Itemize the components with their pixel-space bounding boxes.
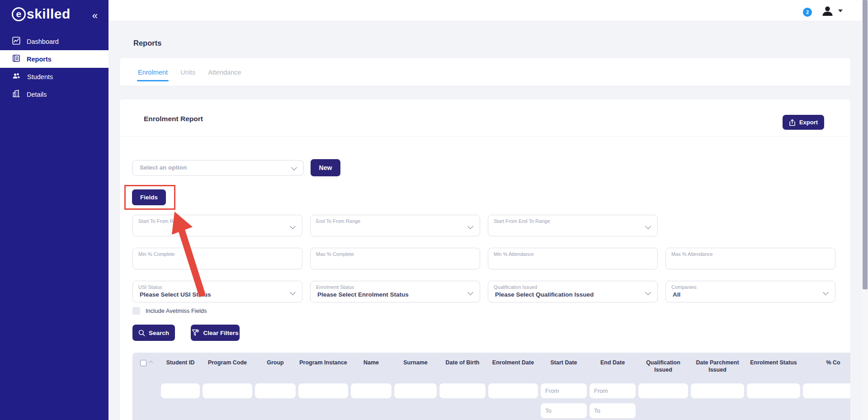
- start-from-end-to-range-select[interactable]: Start From End To Range: [488, 215, 658, 236]
- qualification-issued-select[interactable]: Qualification Issued Please Select Quali…: [488, 281, 658, 302]
- select-all-checkbox[interactable]: [140, 360, 146, 366]
- column-header[interactable]: Enrolment Status: [745, 353, 802, 381]
- usi-status-select[interactable]: USI Status Please Select USI Status: [132, 281, 302, 302]
- column-header[interactable]: Date Parchment Issued: [689, 353, 745, 381]
- tab-enrolment[interactable]: Enrolment: [138, 60, 168, 85]
- enrolment-status-filter-input[interactable]: [747, 383, 800, 398]
- chevron-down-icon: [467, 223, 473, 229]
- tab-attendance[interactable]: Attendance: [208, 60, 241, 85]
- name-filter-input[interactable]: [351, 383, 392, 398]
- tabs-card: Enrolment Units Attendance: [120, 58, 850, 86]
- start-date-to-input[interactable]: [541, 403, 587, 418]
- export-button-label: Export: [799, 119, 818, 126]
- user-avatar-icon[interactable]: [821, 5, 834, 19]
- start-date-from-input[interactable]: [541, 383, 587, 398]
- column-header[interactable]: Enrolment Date: [487, 353, 539, 381]
- column-header[interactable]: Qualification Issued: [637, 353, 689, 381]
- companies-select[interactable]: Companies All: [665, 281, 835, 302]
- column-header[interactable]: Group: [254, 353, 297, 381]
- enrolment-date-filter-input[interactable]: [488, 383, 538, 398]
- program-instance-filter-input[interactable]: [298, 383, 348, 398]
- chevron-down-icon: [823, 289, 829, 295]
- percent-complete-filter-input[interactable]: [803, 383, 850, 398]
- end-date-from-input[interactable]: [590, 383, 636, 398]
- logo-text: skilled: [27, 6, 71, 22]
- sidebar-item-students[interactable]: Students: [0, 68, 108, 85]
- filter-row-3: USI Status Please Select USI Status Enro…: [132, 281, 835, 302]
- export-button[interactable]: Export: [783, 115, 824, 130]
- min-percent-attendance-input[interactable]: Min % Attendance: [488, 248, 658, 269]
- chevron-down-icon: [290, 223, 296, 229]
- report-document-icon: [12, 54, 27, 64]
- end-to-from-range-select[interactable]: End To From Range: [310, 215, 480, 236]
- building-icon: [12, 90, 27, 99]
- page-scrollbar[interactable]: [862, 0, 868, 420]
- column-header[interactable]: Name: [349, 353, 393, 381]
- group-filter-input[interactable]: [255, 383, 296, 398]
- enrolment-status-select[interactable]: Enrolment Status Please Select Enrolment…: [310, 281, 480, 302]
- avetmiss-label: Include Avetmiss Fields: [146, 307, 207, 314]
- column-header[interactable]: Program Code: [201, 353, 254, 381]
- filter-row-1: Start To From Range End To From Range St…: [132, 215, 658, 236]
- filter-label: Max % Attendance: [671, 251, 713, 257]
- start-to-from-range-select[interactable]: Start To From Range: [132, 215, 302, 236]
- filter-label: Companies: [671, 284, 697, 290]
- program-code-filter-input[interactable]: [203, 383, 252, 398]
- filter-label: Max % Complete: [316, 251, 354, 257]
- date-parchment-issued-filter-input[interactable]: [691, 383, 744, 398]
- new-report-button[interactable]: New: [311, 159, 340, 176]
- chevron-down-icon: [467, 289, 473, 295]
- filter-label: Start To From Range: [138, 218, 184, 224]
- filter-value: Please Select Enrolment Status: [317, 291, 409, 298]
- tab-units[interactable]: Units: [180, 60, 195, 85]
- sidebar-item-details[interactable]: Details: [0, 85, 108, 103]
- filter-label: USI Status: [138, 284, 162, 290]
- eskilled-logo: eskilled: [12, 6, 71, 22]
- filter-clear-icon: [192, 329, 199, 336]
- search-button[interactable]: Search: [132, 325, 175, 341]
- user-menu-caret-icon[interactable]: [838, 9, 843, 12]
- search-icon: [138, 330, 145, 336]
- column-header[interactable]: Start Date: [539, 353, 588, 381]
- scrollbar-thumb[interactable]: [863, 0, 868, 289]
- table-filter-row-from: [132, 382, 850, 400]
- logo-row: eskilled «: [0, 5, 108, 26]
- column-header[interactable]: Surname: [393, 353, 438, 381]
- chevron-down-icon: [291, 165, 297, 170]
- column-header[interactable]: End Date: [588, 353, 637, 381]
- column-header[interactable]: % Co: [802, 353, 850, 381]
- report-select[interactable]: Select an option: [132, 160, 304, 176]
- date-of-birth-filter-input[interactable]: [439, 383, 486, 398]
- report-tabs: Enrolment Units Attendance: [138, 58, 241, 86]
- sidebar-item-label: Dashboard: [27, 38, 59, 45]
- max-percent-complete-input[interactable]: Max % Complete: [310, 248, 480, 269]
- sort-caret-icon[interactable]: [148, 361, 153, 365]
- topbar: 2: [108, 0, 862, 21]
- enrolment-report-card: Enrolment Report Export Select an option…: [120, 99, 850, 420]
- clear-filters-button[interactable]: Clear Filters: [191, 325, 240, 341]
- qualification-issued-filter-input[interactable]: [638, 383, 688, 398]
- end-date-to-input[interactable]: [590, 403, 636, 418]
- avetmiss-row: Include Avetmiss Fields: [132, 307, 207, 315]
- chevron-down-icon: [645, 223, 651, 229]
- column-header[interactable]: Date of Birth: [438, 353, 487, 381]
- select-all-cell: [132, 353, 160, 381]
- filter-label: Start From End To Range: [494, 218, 550, 224]
- avetmiss-checkbox[interactable]: [132, 307, 140, 315]
- report-title: Enrolment Report: [144, 115, 203, 123]
- sidebar-collapse-icon[interactable]: «: [92, 10, 98, 22]
- surname-filter-input[interactable]: [394, 383, 437, 398]
- sidebar-item-reports[interactable]: Reports: [0, 50, 108, 68]
- sidebar-item-dashboard[interactable]: Dashboard: [0, 33, 108, 50]
- filter-value: Please Select Qualification Issued: [495, 291, 594, 298]
- student-id-filter-input[interactable]: [161, 383, 200, 398]
- column-header[interactable]: Program Instance: [297, 353, 349, 381]
- sidebar-item-label: Details: [27, 91, 47, 98]
- fields-button[interactable]: Fields: [132, 189, 166, 205]
- notification-badge[interactable]: 2: [803, 8, 812, 17]
- min-percent-complete-input[interactable]: Min % Complete: [132, 248, 302, 269]
- divider: [120, 137, 850, 137]
- max-percent-attendance-input[interactable]: Max % Attendance: [665, 248, 835, 269]
- logo-e-icon: e: [12, 7, 26, 21]
- column-header[interactable]: Student ID: [160, 353, 201, 381]
